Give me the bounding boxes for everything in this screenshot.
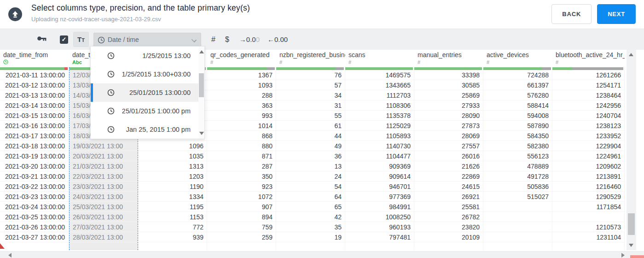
column-manual_entries: manual_entries#3339830585258692793328090…: [414, 50, 483, 250]
table-cell: 587890: [483, 121, 552, 131]
table-cell: 2021-03-16 13:00:00: [0, 121, 69, 131]
table-cell: 1125029: [345, 121, 414, 131]
table-cell: 2021-03-15 13:00:00: [0, 111, 69, 121]
number-type-icon[interactable]: #: [211, 35, 215, 44]
column-header[interactable]: qr_codes_generated#: [207, 50, 276, 67]
table-cell: 25/03/2021 13:00: [70, 202, 138, 212]
column-header[interactable]: active_devices#: [483, 50, 552, 67]
table-cell: 26/03/2021 13:00: [70, 212, 138, 222]
date-format-option-label: 25/01/2015 13:00:00: [129, 89, 191, 96]
column-name: manual_entries: [418, 51, 483, 59]
scroll-left-icon[interactable]: [8, 253, 12, 258]
table-cell: 909614: [345, 171, 414, 182]
table-cell: 1112703: [345, 90, 414, 100]
table-cell: 2021-03-14 13:00:00: [0, 100, 69, 111]
table-cell: 36: [276, 151, 345, 161]
upload-wizard: Select columns type, precision, and the …: [0, 0, 644, 258]
table-cell: 25869: [414, 90, 483, 100]
scroll-right-icon[interactable]: [621, 253, 625, 258]
table-cell: 20/03/2021 13:00: [70, 151, 138, 161]
table-cell: 350: [207, 171, 276, 182]
back-button[interactable]: BACK: [551, 4, 592, 24]
column-header[interactable]: bluetooth_active_24_hr_#: [552, 50, 625, 67]
date-format-option[interactable]: Jan 25, 2015 1:00 pm: [91, 120, 204, 139]
table-cell: 1140730: [345, 141, 414, 151]
table-cell: 724288: [483, 70, 552, 80]
column-body: 3339830585258692793328090278732806927557…: [414, 67, 483, 250]
table-cell: 13: [276, 161, 345, 171]
table-cell: 55: [276, 111, 345, 121]
clock-icon: [107, 89, 115, 98]
table-cell: 2021-03-11 13:00:00: [0, 70, 69, 80]
column-body: 1261266125417112384641242956124070412381…: [552, 67, 625, 250]
text-type-button[interactable]: TT: [73, 32, 89, 47]
table-cell: 797481: [345, 232, 414, 242]
table-cell: 27873: [414, 121, 483, 131]
vertical-scroll-thumb[interactable]: [628, 213, 635, 235]
column-type-label: #: [418, 59, 483, 65]
table-cell: 44: [276, 131, 345, 141]
scroll-down-icon[interactable]: [629, 244, 633, 247]
table-cell: 30585: [414, 80, 483, 90]
horizontal-scrollbar[interactable]: [0, 251, 644, 258]
table-cell: 594008: [483, 111, 552, 121]
date-format-option[interactable]: 25/01/2015 13:00:00: [91, 83, 204, 102]
table-cell: 868: [207, 131, 276, 141]
table-cell: 363: [207, 100, 276, 111]
table-cell: 27/03/2021 13:00: [70, 222, 138, 232]
currency-type-icon[interactable]: $: [225, 35, 229, 44]
column-header[interactable]: scans#: [345, 50, 414, 67]
table-cell: 946701: [345, 182, 414, 192]
table-cell: 1367: [207, 70, 276, 80]
table-cell: 1210573: [552, 222, 624, 232]
table-cell: 28/03/2021 13:00: [70, 232, 138, 242]
date-format-option-label: Jan 25, 2015 1:00 pm: [126, 126, 191, 133]
scroll-up-icon[interactable]: [629, 53, 633, 56]
date-format-option[interactable]: 1/25/2015 13:00+03:00: [91, 65, 204, 83]
table-cell: 2021-03-18 13:00:00: [0, 141, 69, 151]
upload-icon: [8, 7, 22, 21]
vertical-scrollbar[interactable]: [627, 50, 636, 250]
column-name: date_time_from: [3, 51, 69, 59]
date-format-select[interactable]: Date / time: [93, 33, 201, 47]
decrease-precision-button[interactable]: ←0.00: [267, 35, 288, 43]
table-cell: [483, 232, 552, 242]
column-body: 1469575134366511127031108306113537811250…: [345, 67, 414, 250]
boolean-type-checkbox[interactable]: ✓: [60, 35, 68, 44]
horizontal-scroll-thumb[interactable]: [630, 255, 644, 258]
next-button[interactable]: NEXT: [597, 4, 636, 24]
table-cell: 1290529: [552, 192, 624, 202]
quality-bar-segment-green: [552, 67, 572, 70]
dropdown-scroll-up-icon[interactable]: [199, 50, 204, 53]
dropdown-scroll-thumb[interactable]: [199, 73, 204, 97]
date-format-option-label: 1/25/2015 13:00: [142, 52, 191, 59]
dropdown-scroll-down-icon[interactable]: [199, 132, 204, 135]
table-cell: 939: [138, 232, 207, 242]
date-format-option[interactable]: 1/25/2015 13:00: [91, 47, 204, 65]
table-cell: 2021-03-25 13:00:00: [0, 212, 69, 222]
dropdown-scrollbar[interactable]: [198, 47, 204, 139]
increase-precision-button[interactable]: →0.00: [239, 35, 260, 43]
clock-icon: [107, 107, 115, 117]
table-cell: 2021-03-20 13:00:00: [0, 161, 69, 171]
column-type-label: #: [210, 59, 276, 65]
table-cell: 65: [276, 202, 345, 212]
table-cell: 661397: [483, 80, 552, 90]
primary-key-icon[interactable]: [37, 35, 47, 44]
page-header: Select columns type, precision, and the …: [0, 0, 644, 29]
column-header[interactable]: nzbn_registered_busine#: [276, 50, 345, 67]
table-cell: 20109: [414, 232, 483, 242]
table-cell: 1242956: [552, 100, 624, 111]
table-cell: 907: [207, 202, 276, 212]
column-header[interactable]: manual_entries#: [414, 50, 483, 67]
table-cell: 1238123: [552, 121, 624, 131]
table-cell: 1334: [138, 192, 207, 202]
table-cell: 576280: [483, 90, 552, 100]
column-header[interactable]: date_time_from: [0, 50, 69, 67]
column-body: 1367109328836399310148688808712873509231…: [207, 67, 276, 250]
wizard-actions: BACK NEXT: [551, 4, 636, 24]
table-cell: 1035: [138, 151, 207, 161]
column-type-label: #: [487, 59, 552, 65]
table-cell: 584350: [483, 131, 552, 141]
date-format-option[interactable]: 25/01/2015 1:00:00 pm: [91, 102, 204, 120]
